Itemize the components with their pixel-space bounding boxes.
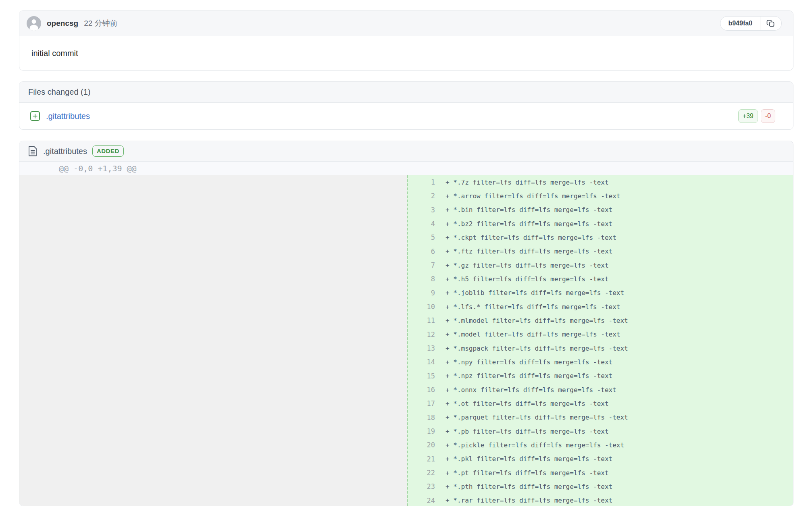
- diff-line-row: 16 + *.onnx filter=lfs diff=lfs merge=lf…: [408, 383, 793, 397]
- commit-hash[interactable]: b949fa0: [720, 17, 760, 30]
- line-number[interactable]: 7: [408, 258, 440, 272]
- line-number[interactable]: 16: [408, 383, 440, 397]
- diff-old-side-empty: [19, 175, 407, 506]
- split-diff-body: 1 + *.7z filter=lfs diff=lfs merge=lfs -…: [19, 175, 793, 506]
- commit-card: opencsg 22 分钟前 b949fa0 initial commit: [19, 10, 793, 71]
- line-number[interactable]: 20: [408, 438, 440, 452]
- copy-icon: [766, 19, 775, 28]
- deletions-badge: -0: [761, 109, 775, 123]
- line-number[interactable]: 12: [408, 328, 440, 341]
- diff-line-text: + *.onnx filter=lfs diff=lfs merge=lfs -…: [440, 383, 616, 397]
- diff-line-row: 19 + *.pb filter=lfs diff=lfs merge=lfs …: [408, 424, 793, 438]
- diff-line-row: 24 + *.rar filter=lfs diff=lfs merge=lfs…: [408, 494, 793, 506]
- diff-line-text: + *.pth filter=lfs diff=lfs merge=lfs -t…: [440, 480, 612, 493]
- diff-line-row: 6 + *.ftz filter=lfs diff=lfs merge=lfs …: [408, 245, 793, 258]
- document-icon: [27, 145, 38, 157]
- commit-detail-page: opencsg 22 分钟前 b949fa0 initial commit Fi…: [0, 0, 812, 506]
- diff-file-name: .gitattributes: [43, 147, 87, 156]
- additions-badge: +39: [738, 109, 758, 123]
- line-number[interactable]: 18: [408, 411, 440, 424]
- diff-line-text: + *.npy filter=lfs diff=lfs merge=lfs -t…: [440, 355, 612, 369]
- line-number[interactable]: 21: [408, 452, 440, 466]
- changed-file-row: .gitattributes +39 -0: [19, 103, 793, 129]
- person-icon: [27, 16, 41, 31]
- diff-line-row: 14 + *.npy filter=lfs diff=lfs merge=lfs…: [408, 355, 793, 369]
- diff-line-row: 12 + *.model filter=lfs diff=lfs merge=l…: [408, 328, 793, 341]
- commit-hash-pill: b949fa0: [720, 16, 782, 31]
- line-number[interactable]: 15: [408, 369, 440, 383]
- diff-stat-badges: +39 -0: [738, 109, 775, 123]
- line-number[interactable]: 11: [408, 314, 440, 327]
- diff-line-row: 2 + *.arrow filter=lfs diff=lfs merge=lf…: [408, 189, 793, 203]
- copy-hash-button[interactable]: [760, 17, 781, 30]
- line-number[interactable]: 19: [408, 424, 440, 438]
- diff-line-text: + *.pt filter=lfs diff=lfs merge=lfs -te…: [440, 466, 609, 480]
- diff-line-text: + *.bz2 filter=lfs diff=lfs merge=lfs -t…: [440, 217, 612, 231]
- line-number[interactable]: 10: [408, 300, 440, 314]
- diff-line-row: 3 + *.bin filter=lfs diff=lfs merge=lfs …: [408, 203, 793, 217]
- line-number[interactable]: 13: [408, 341, 440, 355]
- diff-line-row: 17 + *.ot filter=lfs diff=lfs merge=lfs …: [408, 397, 793, 410]
- line-number[interactable]: 17: [408, 397, 440, 410]
- diff-line-row: 1 + *.7z filter=lfs diff=lfs merge=lfs -…: [408, 175, 793, 189]
- diff-line-text: + *.parquet filter=lfs diff=lfs merge=lf…: [440, 411, 628, 424]
- user-avatar[interactable]: [27, 16, 41, 31]
- diff-line-text: + *.7z filter=lfs diff=lfs merge=lfs -te…: [440, 175, 609, 189]
- diff-line-row: 18 + *.parquet filter=lfs diff=lfs merge…: [408, 411, 793, 424]
- diff-line-row: 21 + *.pkl filter=lfs diff=lfs merge=lfs…: [408, 452, 793, 466]
- files-changed-header: Files changed (1): [19, 82, 793, 103]
- line-number[interactable]: 14: [408, 355, 440, 369]
- commit-time: 22 分钟前: [84, 18, 117, 29]
- line-number[interactable]: 5: [408, 231, 440, 244]
- diff-line-text: + *.pkl filter=lfs diff=lfs merge=lfs -t…: [440, 452, 612, 466]
- files-changed-title: Files changed (1): [28, 87, 91, 97]
- line-number[interactable]: 6: [408, 245, 440, 258]
- line-number[interactable]: 22: [408, 466, 440, 480]
- diff-line-text: + *.npz filter=lfs diff=lfs merge=lfs -t…: [440, 369, 612, 383]
- line-number[interactable]: 1: [408, 175, 440, 189]
- diff-line-row: 22 + *.pt filter=lfs diff=lfs merge=lfs …: [408, 466, 793, 480]
- diff-line-row: 9 + *.joblib filter=lfs diff=lfs merge=l…: [408, 286, 793, 300]
- diff-line-text: + *.pb filter=lfs diff=lfs merge=lfs -te…: [440, 424, 609, 438]
- diff-line-row: 4 + *.bz2 filter=lfs diff=lfs merge=lfs …: [408, 217, 793, 231]
- diff-line-text: + *.mlmodel filter=lfs diff=lfs merge=lf…: [440, 314, 628, 327]
- diff-line-row: 13 + *.msgpack filter=lfs diff=lfs merge…: [408, 341, 793, 355]
- diff-line-text: + *.ftz filter=lfs diff=lfs merge=lfs -t…: [440, 245, 612, 258]
- hunk-header-text: @@ -0,0 +1,39 @@: [59, 164, 137, 173]
- line-number[interactable]: 9: [408, 286, 440, 300]
- diff-line-row: 5 + *.ckpt filter=lfs diff=lfs merge=lfs…: [408, 231, 793, 244]
- diff-line-text: + *.pickle filter=lfs diff=lfs merge=lfs…: [440, 438, 624, 452]
- diff-line-text: + *.h5 filter=lfs diff=lfs merge=lfs -te…: [440, 272, 609, 286]
- line-number[interactable]: 24: [408, 494, 440, 506]
- diff-line-text: + *.model filter=lfs diff=lfs merge=lfs …: [440, 328, 620, 341]
- diff-line-text: + *.lfs.* filter=lfs diff=lfs merge=lfs …: [440, 300, 620, 314]
- diff-line-row: 23 + *.pth filter=lfs diff=lfs merge=lfs…: [408, 480, 793, 493]
- diff-card: .gitattributes ADDED @@ -0,0 +1,39 @@ 1 …: [19, 141, 793, 506]
- diff-line-row: 20 + *.pickle filter=lfs diff=lfs merge=…: [408, 438, 793, 452]
- diff-line-row: 15 + *.npz filter=lfs diff=lfs merge=lfs…: [408, 369, 793, 383]
- line-number[interactable]: 3: [408, 203, 440, 217]
- line-number[interactable]: 23: [408, 480, 440, 493]
- commit-header: opencsg 22 分钟前 b949fa0: [19, 11, 793, 36]
- commit-author[interactable]: opencsg: [47, 19, 78, 28]
- line-number[interactable]: 8: [408, 272, 440, 286]
- hunk-header: @@ -0,0 +1,39 @@: [19, 162, 793, 175]
- diff-line-row: 11 + *.mlmodel filter=lfs diff=lfs merge…: [408, 314, 793, 327]
- diff-line-text: + *.joblib filter=lfs diff=lfs merge=lfs…: [440, 286, 624, 300]
- diff-line-text: + *.ot filter=lfs diff=lfs merge=lfs -te…: [440, 397, 609, 410]
- diff-line-text: + *.gz filter=lfs diff=lfs merge=lfs -te…: [440, 258, 609, 272]
- line-number[interactable]: 2: [408, 189, 440, 203]
- diff-line-row: 7 + *.gz filter=lfs diff=lfs merge=lfs -…: [408, 258, 793, 272]
- diff-line-text: + *.rar filter=lfs diff=lfs merge=lfs -t…: [440, 494, 612, 506]
- diff-line-row: 10 + *.lfs.* filter=lfs diff=lfs merge=l…: [408, 300, 793, 314]
- diff-file-header: .gitattributes ADDED: [19, 141, 793, 162]
- changed-file-link[interactable]: .gitattributes: [46, 112, 90, 121]
- file-status-badge: ADDED: [92, 145, 124, 157]
- diff-line-row: 8 + *.h5 filter=lfs diff=lfs merge=lfs -…: [408, 272, 793, 286]
- diff-line-text: + *.bin filter=lfs diff=lfs merge=lfs -t…: [440, 203, 612, 217]
- diff-line-text: + *.msgpack filter=lfs diff=lfs merge=lf…: [440, 341, 628, 355]
- diff-lines: 1 + *.7z filter=lfs diff=lfs merge=lfs -…: [407, 175, 793, 506]
- line-number[interactable]: 4: [408, 217, 440, 231]
- files-changed-card: Files changed (1) .gitattributes +39 -0: [19, 81, 793, 130]
- commit-message: initial commit: [19, 36, 793, 70]
